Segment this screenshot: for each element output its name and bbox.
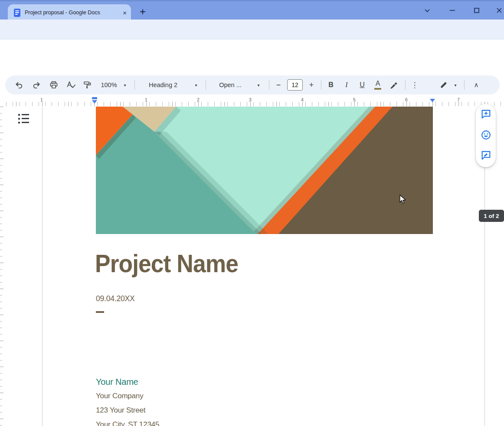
left-margin-marker[interactable] [92, 100, 97, 104]
editing-mode-caret-icon[interactable]: ▾ [452, 75, 459, 94]
margin-actions-pill [476, 104, 496, 167]
google-docs-favicon-icon [14, 9, 20, 17]
text-color-swatch [374, 88, 381, 90]
browser-toolbar: ← → ⌂ docs.google.com/document/d/1LaiGtE… [0, 20, 504, 39]
font-size-increase-button[interactable]: + [305, 75, 317, 94]
doc-heading[interactable]: Project Name [95, 249, 238, 278]
doc-street[interactable]: 123 Your Street [96, 406, 145, 415]
ruler-number: 1 [40, 97, 43, 102]
cover-banner-image[interactable] [96, 107, 433, 234]
font-size-field[interactable]: 12 [286, 75, 304, 94]
doc-your-name[interactable]: Your Name [96, 377, 138, 387]
zoom-caret-icon[interactable]: ▾ [121, 75, 128, 94]
print-icon[interactable] [47, 75, 61, 94]
add-comment-icon[interactable] [481, 109, 491, 121]
page-indicator-badge: 1 of 2 [479, 210, 504, 222]
tab-title: Project proposal - Google Docs [25, 10, 119, 16]
more-options-icon[interactable]: ⋮ [409, 75, 421, 94]
doc-company[interactable]: Your Company [96, 392, 143, 400]
vertical-ruler [0, 107, 4, 426]
ruler-number: 5 [353, 97, 356, 102]
ruler-number: 3 [249, 97, 252, 102]
tab-close-icon[interactable]: × [123, 9, 127, 16]
toolbar-pill: 100% ▾ Heading 2 ▾ Open ... ▾ − 12 + B I… [5, 75, 500, 94]
doc-date[interactable]: 09.04.20XX [96, 294, 134, 303]
ruler-ticks [4, 102, 504, 106]
underline-button[interactable]: U [356, 75, 369, 94]
undo-icon[interactable] [12, 75, 26, 94]
docs-header: Project proposal ☆ File Edit View Insert… [0, 39, 504, 75]
emoji-reaction-icon[interactable] [481, 130, 491, 142]
browser-tab-bar: Project proposal - Google Docs × + [0, 0, 504, 20]
zoom-select[interactable]: 100% [98, 75, 120, 94]
text-color-button[interactable]: A [371, 75, 384, 94]
page-left-edge [42, 107, 43, 426]
window-close-button[interactable] [492, 4, 504, 17]
ruler-number: 1 [145, 97, 147, 102]
first-line-indent-marker[interactable] [92, 97, 97, 99]
editing-mode-pencil-icon[interactable] [437, 75, 451, 94]
browser-tab[interactable]: Project proposal - Google Docs × [8, 4, 131, 21]
font-size-decrease-button[interactable]: − [272, 75, 285, 94]
spellcheck-icon[interactable] [63, 75, 78, 94]
italic-button[interactable]: I [340, 75, 353, 94]
paint-format-icon[interactable] [80, 75, 95, 94]
font-caret-icon[interactable]: ▾ [255, 75, 262, 94]
mouse-cursor [399, 195, 407, 204]
highlight-color-icon[interactable] [387, 75, 401, 94]
paragraph-style-select[interactable]: Heading 2 [143, 75, 183, 94]
ruler-number: 2 [197, 97, 200, 102]
ruler-number: 7 [457, 97, 460, 102]
window-maximize-button[interactable] [469, 4, 484, 17]
font-family-select[interactable]: Open ... [214, 75, 246, 94]
docs-toolbar: 100% ▾ Heading 2 ▾ Open ... ▾ − 12 + B I… [0, 75, 504, 96]
screen: Project proposal - Google Docs × + ← → ⌂… [0, 0, 504, 426]
ruler-number: 6 [405, 97, 408, 102]
suggest-edits-icon[interactable] [481, 150, 491, 163]
doc-dash [96, 311, 104, 313]
collapse-toolbar-icon[interactable]: ∧ [468, 75, 484, 94]
window-minimize-button[interactable] [445, 4, 460, 17]
style-caret-icon[interactable]: ▾ [193, 75, 200, 94]
window-chevron-icon[interactable] [420, 4, 435, 17]
right-margin-marker[interactable] [430, 99, 435, 102]
document-outline-icon[interactable] [18, 114, 29, 125]
ruler-number: 4 [301, 97, 304, 102]
document-area: Project Name 09.04.20XX Your Name Your C… [0, 107, 504, 426]
bold-button[interactable]: B [324, 75, 337, 94]
doc-city[interactable]: Your City, ST 12345 [96, 420, 159, 426]
horizontal-ruler[interactable]: 1 1 2 3 4 5 6 7 [4, 96, 504, 107]
new-tab-button[interactable]: + [136, 6, 149, 19]
redo-icon[interactable] [29, 75, 43, 94]
